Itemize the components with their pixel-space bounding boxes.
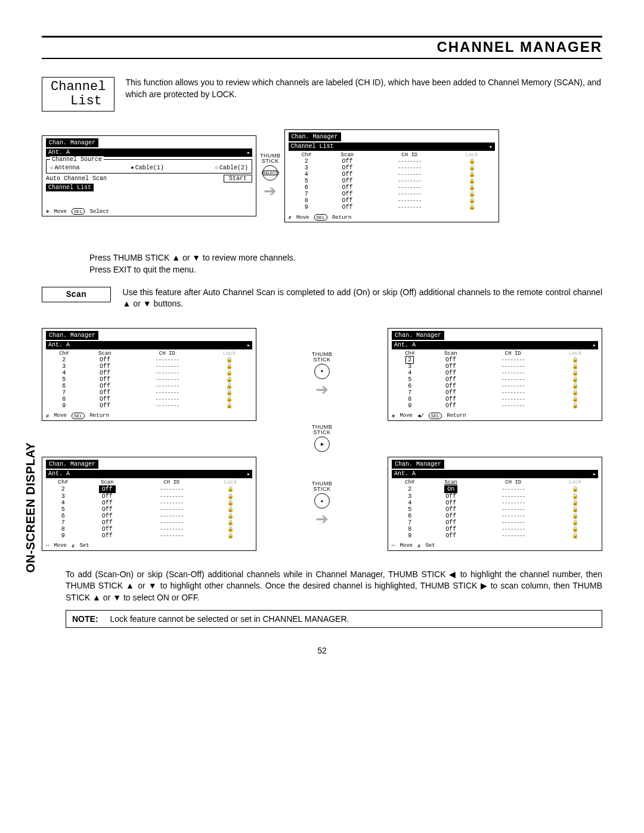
scan-text: Use this feature after Auto Channel Scan… bbox=[123, 287, 602, 310]
tab-chan-manager: Chan. Manager bbox=[46, 138, 98, 147]
chevron-right-icon: ▸ bbox=[488, 143, 495, 151]
osd-panel-scan-1: Chan. Manager Ant. A▸ Ch#ScanCH IDLock 2… bbox=[42, 328, 256, 421]
selector-channel-list: Channel List bbox=[289, 143, 488, 151]
press-instruction-1: Press THUMB STICK ▲ or ▼ to review more … bbox=[89, 252, 602, 264]
thumb-stick-label: THUMB STICK ▶ bbox=[312, 425, 333, 453]
thumb-stick-down-icon: ▼ bbox=[314, 364, 330, 379]
note-box: NOTE: Lock feature cannot be selected or… bbox=[66, 610, 602, 628]
tab-chan-manager: Chan. Manager bbox=[289, 132, 341, 141]
thumb-stick-icon: SELECT bbox=[262, 165, 278, 181]
channel-table: Ch# Scan CH ID Lock 2Off--------🔒 3Off--… bbox=[289, 152, 495, 210]
side-label: ON-SCREEN DISPLAY bbox=[24, 442, 38, 573]
move-icon: ✥ bbox=[46, 208, 49, 215]
note-label: NOTE: bbox=[72, 614, 98, 624]
fieldset-channel-source: Channel Source bbox=[50, 156, 104, 163]
auto-channel-scan-label: Auto Channel Scan bbox=[46, 175, 107, 182]
page-number: 52 bbox=[42, 646, 602, 655]
start-button[interactable]: Start bbox=[224, 175, 252, 182]
updown-icon: ⇵ bbox=[289, 214, 292, 221]
arrow-right-icon: ➔ bbox=[315, 382, 329, 397]
selector-ant-a: Ant. A bbox=[46, 148, 245, 157]
page-title: CHANNEL MANAGER bbox=[42, 39, 602, 55]
osd-panel-channel-list: Chan. Manager Channel List ▸ Ch# Scan CH… bbox=[284, 129, 499, 222]
osd-panel-scan-2: Chan. Manager Ant. A▸ Ch#ScanCH IDLock 2… bbox=[388, 328, 602, 421]
thumb-stick-right-icon: ▶ bbox=[314, 436, 330, 452]
thumb-stick-label: THUMB STICK ▲ bbox=[312, 481, 333, 510]
osd-panel-scan-4: Chan. Manager Ant. A▸ Ch#ScanCH IDLock 2… bbox=[388, 457, 602, 551]
sel-icon: SEL bbox=[314, 214, 327, 221]
channel-list-button[interactable]: Channel List bbox=[46, 184, 94, 191]
thumb-stick-up-icon: ▲ bbox=[314, 493, 330, 509]
intro-text: This function allows you to review which… bbox=[125, 77, 602, 100]
explain-text: To add (Scan-On) or skip (Scan-Off) addi… bbox=[66, 569, 602, 604]
press-instruction-2: Press EXIT to quit the menu. bbox=[89, 264, 602, 276]
sel-icon: SEL bbox=[72, 208, 85, 215]
note-text: Lock feature cannot be selected or set i… bbox=[110, 614, 349, 624]
chevron-right-icon: ▸ bbox=[245, 148, 252, 157]
thumb-stick-label: THUMB STICK ▼ bbox=[312, 352, 333, 380]
osd-panel-chan-manager: Chan. Manager Ant. A ▸ Channel Source An… bbox=[42, 135, 256, 216]
arrow-right-icon: ➔ bbox=[264, 183, 277, 199]
source-options: Antenna Cable(1) Cable(2) bbox=[50, 165, 248, 171]
osd-panel-scan-3: Chan. Manager Ant. A▸ Ch#ScanCH IDLock 2… bbox=[42, 457, 256, 551]
channel-list-badge: Channel List bbox=[42, 77, 114, 112]
scan-badge: Scan bbox=[42, 287, 111, 302]
thumb-stick-label: THUMB STICK SELECT bbox=[260, 153, 281, 182]
arrow-right-icon: ➔ bbox=[315, 511, 329, 527]
